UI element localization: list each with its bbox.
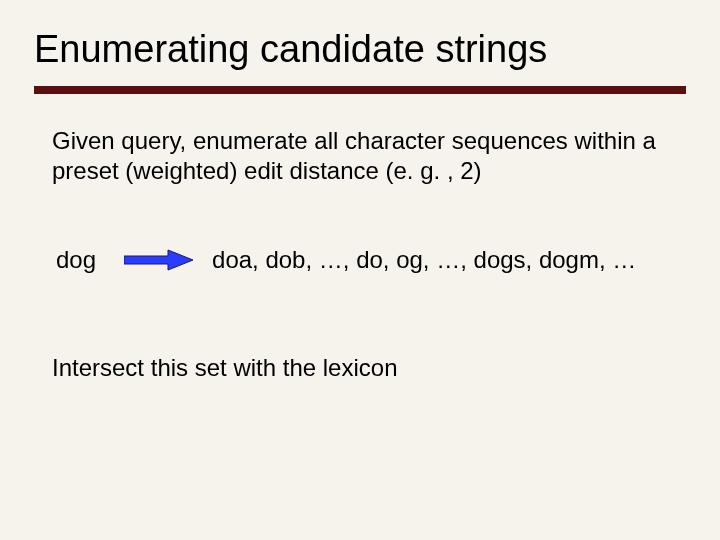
arrow-icon — [124, 249, 194, 271]
example-row: dog doa, dob, …, do, og, …, dogs, dogm, … — [56, 246, 696, 274]
paragraph-intro: Given query, enumerate all character seq… — [52, 126, 662, 186]
title-underline — [34, 86, 686, 94]
paragraph-intersect: Intersect this set with the lexicon — [52, 354, 662, 382]
arrow-shape — [124, 250, 193, 270]
example-query: dog — [56, 246, 96, 274]
slide: Enumerating candidate strings Given quer… — [0, 0, 720, 540]
slide-title: Enumerating candidate strings — [34, 28, 547, 71]
example-candidates: doa, dob, …, do, og, …, dogs, dogm, … — [212, 246, 696, 274]
